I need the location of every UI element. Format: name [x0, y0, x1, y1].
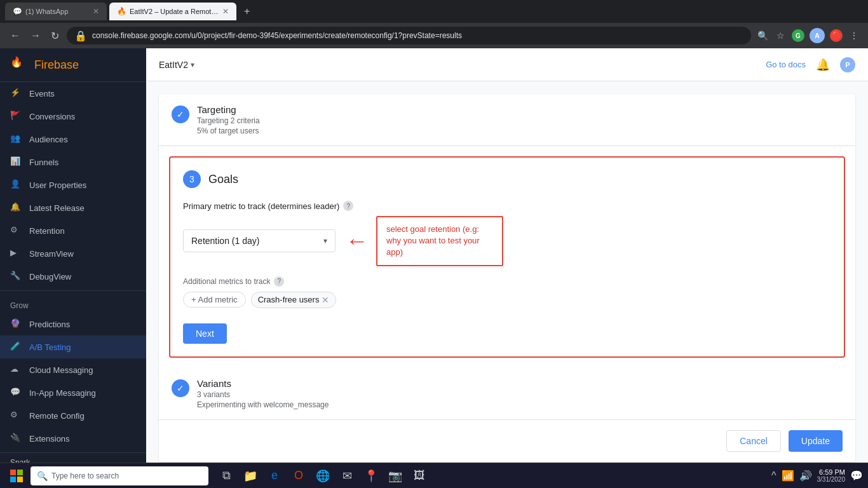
sidebar-item-events[interactable]: ⚡ Events — [0, 82, 146, 105]
annotation-row: ← select goal retention (e.g: why you wa… — [346, 216, 503, 266]
menu-icon[interactable]: ⋮ — [848, 29, 860, 42]
additional-metrics-label: Additional metrics to track ? — [183, 276, 831, 287]
office-taskbar[interactable]: O — [288, 466, 309, 486]
targeting-step: ✓ Targeting Targeting 2 criteria 5% of t… — [159, 94, 855, 146]
windows-logo — [10, 470, 23, 482]
sidebar-item-extensions[interactable]: 🔌 Extensions — [0, 427, 146, 450]
reload-button[interactable]: ↻ — [48, 27, 62, 44]
network-icon[interactable]: 📶 — [782, 470, 794, 482]
sidebar-item-cloud-messaging[interactable]: ☁ Cloud Messaging — [0, 358, 146, 381]
select-row: Retention (1 day) ▾ ← select goal retent… — [183, 216, 831, 266]
debugview-icon: 🔧 — [10, 271, 22, 282]
go-to-docs-link[interactable]: Go to docs — [766, 60, 806, 69]
additional-metrics-help-icon[interactable]: ? — [274, 276, 284, 287]
tab-whatsapp-label: (1) WhatsApp — [25, 8, 68, 15]
user-avatar[interactable]: A — [810, 28, 825, 43]
conversions-icon: 🚩 — [10, 111, 22, 122]
notifications-taskbar-icon[interactable]: 💬 — [850, 470, 863, 482]
start-button[interactable] — [5, 464, 28, 487]
taskbar-right: ^ 📶 🔊 6:59 PM 3/31/2020 💬 — [771, 468, 863, 483]
extension-icon[interactable]: 🔴 — [830, 29, 843, 42]
tab-whatsapp[interactable]: 💬 (1) WhatsApp ✕ — [5, 3, 107, 20]
grow-section-label: Grow — [0, 296, 146, 313]
taskbar-search-icon: 🔍 — [37, 471, 48, 481]
extensions-icon: 🔌 — [10, 433, 22, 444]
sidebar-item-retention[interactable]: ⚙ Retention — [0, 219, 146, 242]
sidebar-footer: Spark Free $0/month Upgrade — [0, 452, 146, 463]
search-icon[interactable]: 🔍 — [756, 29, 769, 42]
sidebar-item-conversions-label: Conversions — [29, 112, 75, 121]
variants-step-check: ✓ — [172, 379, 189, 397]
goals-step-number: 3 — [183, 170, 201, 188]
funnels-icon: 📊 — [10, 156, 22, 168]
sidebar-item-user-properties-label: User Properties — [29, 180, 86, 190]
tab-firebase-label: EatItV2 – Update a Remote Confi… — [130, 8, 219, 15]
crash-free-users-label: Crash-free users — [258, 295, 320, 304]
svg-rect-3 — [17, 477, 23, 482]
sidebar-item-funnels[interactable]: 📊 Funnels — [0, 151, 146, 173]
sidebar-item-inapp-messaging[interactable]: 💬 In-App Messaging — [0, 381, 146, 404]
volume-icon[interactable]: 🔊 — [799, 470, 812, 482]
photos-taskbar[interactable]: 🖼 — [409, 466, 430, 486]
mail-taskbar[interactable]: ✉ — [337, 466, 357, 486]
clock-date[interactable]: 6:59 PM 3/31/2020 — [817, 468, 846, 483]
update-button[interactable]: Update — [789, 430, 843, 452]
task-view-button[interactable]: ⧉ — [216, 466, 236, 486]
grammarly-icon[interactable]: G — [792, 29, 804, 42]
sidebar-header: 🔥 Firebase — [0, 48, 146, 82]
targeting-step-check: ✓ — [172, 105, 189, 123]
sidebar-item-user-properties[interactable]: 👤 User Properties — [0, 173, 146, 196]
forward-button[interactable]: → — [28, 27, 43, 44]
tab-firebase-close[interactable]: ✕ — [222, 7, 229, 16]
sidebar-item-cloud-messaging-label: Cloud Messaging — [29, 365, 93, 375]
project-selector[interactable]: EatItV2 ▾ — [159, 60, 194, 70]
svg-rect-2 — [10, 477, 16, 482]
user-profile-avatar[interactable]: P — [840, 57, 855, 72]
sidebar-item-ab-testing[interactable]: 🧪 A/B Testing — [0, 336, 146, 358]
cancel-button[interactable]: Cancel — [726, 430, 781, 452]
crash-free-users-remove[interactable]: ✕ — [322, 295, 329, 305]
sidebar-item-debugview[interactable]: 🔧 DebugView — [0, 265, 146, 288]
sidebar-item-funnels-label: Funnels — [29, 158, 58, 167]
next-button[interactable]: Next — [183, 323, 227, 344]
sidebar-item-remote-config[interactable]: ⚙ Remote Config — [0, 404, 146, 427]
primary-metric-select[interactable]: Retention (1 day) ▾ — [183, 229, 336, 252]
notifications-icon[interactable]: 🔔 — [816, 58, 830, 72]
address-bar[interactable]: 🔒 console.firebase.google.com/u/0/projec… — [67, 27, 751, 44]
crash-free-users-tag: Crash-free users ✕ — [251, 292, 337, 308]
sidebar-item-predictions[interactable]: 🔮 Predictions — [0, 313, 146, 336]
streamview-icon: ▶ — [10, 248, 22, 259]
back-button[interactable]: ← — [8, 27, 23, 44]
sidebar-item-latest-release[interactable]: 🔔 Latest Release — [0, 196, 146, 219]
taskbar-middle-buttons: ⧉ 📁 e O 🌐 ✉ 📍 📷 🖼 — [211, 466, 435, 486]
file-explorer-taskbar[interactable]: 📁 — [240, 466, 261, 486]
primary-metric-help-icon[interactable]: ? — [343, 201, 353, 211]
edge-taskbar[interactable]: e — [264, 466, 285, 486]
goals-header: 3 Goals — [183, 170, 831, 188]
sidebar-analytics-items: ⚡ Events 🚩 Conversions 👥 Audiences 📊 Fun… — [0, 82, 146, 288]
annotation-box: select goal retention (e.g: why you want… — [376, 216, 503, 266]
sidebar-item-audiences[interactable]: 👥 Audiences — [0, 128, 146, 151]
system-tray-up-arrow[interactable]: ^ — [771, 470, 776, 482]
variants-detail: Experimenting with welcome_message — [197, 400, 329, 409]
sidebar-item-predictions-label: Predictions — [29, 320, 70, 329]
sidebar-item-conversions[interactable]: 🚩 Conversions — [0, 105, 146, 128]
toolbar-icons: 🔍 ☆ G A 🔴 ⋮ — [756, 28, 860, 43]
sidebar-item-streamview-label: StreamView — [29, 249, 74, 259]
content-header: EatItV2 ▾ Go to docs 🔔 P — [146, 48, 868, 81]
chrome-taskbar[interactable]: 🌐 — [313, 466, 333, 486]
tab-whatsapp-close[interactable]: ✕ — [93, 7, 99, 16]
variants-count: 3 variants — [197, 390, 329, 399]
maps-taskbar[interactable]: 📍 — [361, 466, 381, 486]
new-tab-button[interactable]: + — [239, 6, 255, 17]
bookmark-icon[interactable]: ☆ — [774, 29, 787, 42]
primary-metric-label: Primary metric to track (determines lead… — [183, 201, 831, 211]
camera-taskbar[interactable]: 📷 — [385, 466, 405, 486]
project-name: EatItV2 — [159, 60, 188, 70]
metrics-tags-row: + Add metric Crash-free users ✕ — [183, 292, 831, 308]
add-metric-button[interactable]: + Add metric — [183, 292, 246, 308]
taskbar-search-bar[interactable]: 🔍 Type here to search — [31, 466, 208, 485]
tab-firebase[interactable]: 🔥 EatItV2 – Update a Remote Confi… ✕ — [109, 3, 236, 20]
sidebar-item-streamview[interactable]: ▶ StreamView — [0, 242, 146, 265]
steps-container: ✓ Targeting Targeting 2 criteria 5% of t… — [159, 94, 855, 462]
